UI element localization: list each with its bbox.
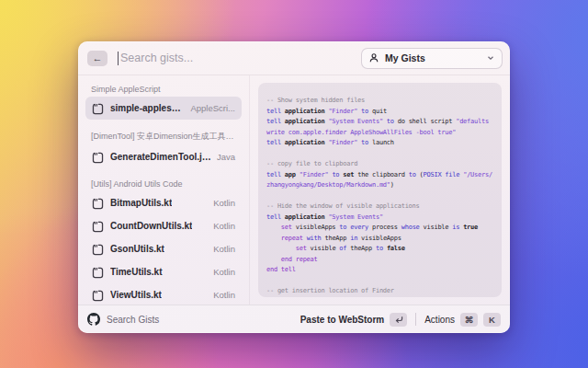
gist-icon	[92, 151, 104, 163]
gist-icon	[92, 220, 104, 232]
search-header: ← My Gists	[78, 41, 510, 75]
gist-list-item[interactable]: TimeUtils.ktKotlin	[85, 260, 242, 283]
code-line: -- Hide the window of visible applicatio…	[266, 201, 493, 213]
actions-menu-button[interactable]: Actions ⌘K	[424, 313, 501, 327]
footer-divider	[415, 313, 416, 326]
gist-list: Simple AppleScriptsimple-applescript.a..…	[78, 75, 250, 305]
back-button[interactable]: ←	[87, 51, 107, 66]
code-line: repeat with theApp in visibleApps	[266, 234, 493, 245]
code-line: set visible of theApp to false	[266, 244, 493, 255]
primary-action-label: Paste to WebStorm	[300, 315, 385, 325]
gist-list-item[interactable]: simple-applescript.a...AppleScri...	[85, 97, 242, 120]
window-body: Simple AppleScriptsimple-applescript.a..…	[78, 75, 510, 305]
gist-filename: BitmapUtils.kt	[110, 198, 172, 208]
code-line: zhangyongkang/Desktop/Markdown.md")	[266, 180, 493, 191]
extension-title: Search Gists	[107, 315, 159, 325]
code-line: -- copy file to clipboard	[266, 159, 493, 170]
arrow-left-icon: ←	[93, 52, 103, 63]
code-line: write com.apple.finder AppleShowAllFiles…	[266, 128, 493, 139]
section-header: Simple AppleScript	[91, 85, 236, 94]
gist-language-badge: Kotlin	[208, 221, 235, 231]
scope-dropdown[interactable]: My Gists	[361, 48, 503, 69]
gist-icon	[92, 243, 104, 255]
section-header: [DimenTool] 安卓Dimension生成工具 #Java	[91, 131, 236, 143]
gist-filename: TimeUtils.kt	[110, 267, 163, 277]
primary-action-button[interactable]: Paste to WebStorm	[300, 313, 408, 327]
key-badge: K	[483, 313, 501, 327]
code-line: end repeat	[266, 255, 493, 266]
key-badge: ⌘	[460, 313, 478, 327]
gist-filename: GenerateDimenTool.java	[110, 152, 211, 162]
code-line	[266, 149, 493, 160]
person-icon	[368, 52, 379, 63]
footer-actions: Paste to WebStorm Actions ⌘K	[300, 313, 501, 327]
code-line: tell application "Finder"	[266, 297, 493, 298]
gist-icon	[92, 266, 104, 278]
code-line: -- Show system hidden files	[266, 96, 493, 107]
section-header: [Utils] Android Utils Code	[91, 179, 236, 189]
gist-list-item[interactable]: GenerateDimenTool.javaJava	[85, 145, 242, 168]
gist-filename: simple-applescript.a...	[110, 103, 185, 113]
code-line: set visibleApps to every process whose v…	[266, 223, 493, 234]
gist-language-badge: Kotlin	[208, 290, 235, 300]
return-key-icon	[390, 313, 407, 327]
gist-filename: ViewUtils.kt	[110, 290, 162, 300]
gist-language-badge: AppleScri...	[185, 103, 235, 113]
scope-label: My Gists	[385, 52, 425, 63]
code-line: tell application "System Events" to do s…	[266, 117, 493, 128]
gist-icon	[92, 102, 104, 114]
code-line: tell application "System Events"	[266, 213, 493, 224]
code-line: end tell	[266, 265, 493, 276]
gist-list-item[interactable]: BitmapUtils.ktKotlin	[85, 191, 242, 214]
action-bar: Search Gists Paste to WebStorm Actions ⌘…	[78, 305, 510, 333]
code-line	[266, 191, 493, 202]
gist-icon	[92, 197, 104, 209]
gist-list-item[interactable]: ViewUtils.ktKotlin	[85, 283, 242, 305]
gist-language-badge: Kotlin	[208, 198, 235, 208]
search-input[interactable]	[119, 52, 361, 64]
gist-language-badge: Java	[211, 152, 235, 162]
github-icon	[87, 313, 100, 326]
gist-list-item[interactable]: CountDownUtils.ktKotlin	[85, 214, 242, 237]
gist-language-badge: Kotlin	[208, 244, 235, 254]
code-line: tell application "Finder" to quit	[266, 107, 493, 118]
code-preview-panel[interactable]: -- Show system hidden filestell applicat…	[258, 83, 502, 297]
actions-shortcut-keys: ⌘K	[455, 313, 501, 327]
gist-filename: GsonUtils.kt	[110, 244, 164, 254]
code-line: -- get insertion location of Finder	[266, 286, 493, 297]
launcher-window: ← My Gists Simple AppleScriptsimple-appl…	[78, 41, 510, 333]
gist-filename: CountDownUtils.kt	[110, 221, 192, 231]
code-line	[266, 276, 493, 287]
code-line: tell application "Finder" to launch	[266, 138, 493, 149]
code-line: tell app "Finder" to set the clipboard t…	[266, 170, 493, 181]
actions-label: Actions	[424, 315, 455, 325]
gist-icon	[92, 289, 104, 301]
code-block: -- Show system hidden filestell applicat…	[266, 96, 493, 297]
chevron-down-icon	[486, 53, 495, 63]
gist-list-item[interactable]: GsonUtils.ktKotlin	[85, 237, 242, 260]
gist-language-badge: Kotlin	[208, 267, 235, 277]
preview-pane: -- Show system hidden filestell applicat…	[250, 75, 510, 305]
